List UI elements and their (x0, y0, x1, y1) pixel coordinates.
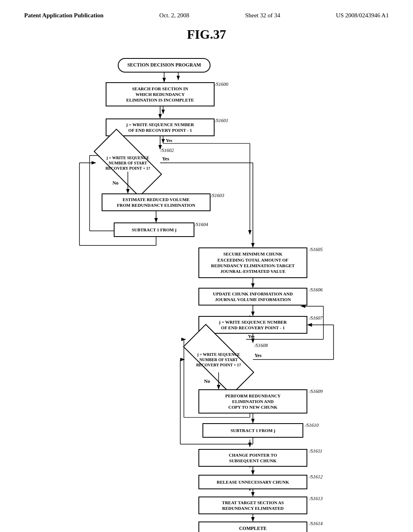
node-s1611: CHANGE POINTER TOSUBSEQUENT CHUNK (198, 449, 307, 467)
label-s1601: ∕S1601 (215, 118, 228, 124)
svg-text:Yes: Yes (248, 334, 255, 339)
node-s1612: RELEASE UNNECESSARY CHUNK (198, 475, 307, 489)
label-s1602: ∕S1602 (161, 148, 174, 154)
label-s1609: ∕S1609 (310, 389, 323, 395)
node-s1608: j = WRITE SEQUENCE NUMBER OF START RECOV… (184, 343, 253, 376)
flowchart: No Yes No Yes (25, 50, 388, 513)
svg-text:No: No (113, 180, 119, 186)
node-s1607: j = WRITE SEQUENCE NUMBEROF END RECOVERY… (198, 316, 307, 334)
label-s1610: ∕S1610 (306, 422, 319, 428)
node-s1602: j = WRITE SEQUENCE NUMBER OF START RECOV… (96, 147, 160, 179)
label-s1604: ∕S1604 (195, 222, 208, 228)
label-s1607: ∕S1607 (310, 315, 323, 321)
svg-text:Yes: Yes (254, 353, 262, 358)
label-s1613: ∕S1613 (310, 496, 323, 502)
page-header: Patent Application Publication Oct. 2, 2… (0, 0, 413, 23)
sheet-info: Sheet 32 of 34 (245, 12, 280, 19)
svg-text:No: No (204, 378, 210, 384)
label-s1608: ∕S1608 (255, 343, 268, 349)
node-s1605: SECURE MINIMUM CHUNKEXCEEDING TOTAL AMOU… (198, 247, 307, 278)
node-s1601: j = WRITE SEQUENCE NUMBEROF END RECOVERY… (106, 118, 215, 136)
node-s1600: SEARCH FOR SECTION INWHICH REDUNDANCYELI… (106, 82, 215, 106)
label-s1603: ∕S1603 (211, 193, 224, 199)
label-s1605: ∕S1605 (310, 247, 323, 253)
publication-date: Oct. 2, 2008 (159, 12, 189, 19)
svg-text:Yes: Yes (166, 138, 173, 143)
node-s1609: PERFORM REDUNDANCYELIMINATION ANDCOPY TO… (198, 389, 307, 414)
node-s1604: SUBTRACT 1 FROM j (114, 222, 194, 237)
svg-text:Yes: Yes (162, 156, 169, 162)
node-s1610: SUBTRACT 1 FROM j (202, 423, 303, 438)
node-s1603: ESTIMATE REDUCED VOLUMEFROM REDUNDANCY E… (102, 193, 211, 211)
label-s1600: ∕S1600 (215, 81, 228, 87)
node-s1613: TREAT TARGET SECTION ASREDUNDANCY ELIMIN… (198, 497, 307, 514)
node-s1614: COMPLETE (198, 522, 307, 532)
publication-label: Patent Application Publication (24, 12, 104, 19)
label-s1606: ∕S1606 (310, 287, 323, 293)
patent-number: US 2008/0243946 A1 (336, 12, 389, 19)
node-section-decision-program: SECTION DECISION PROGRAM (118, 58, 211, 73)
node-s1606: UPDATE CHUNK INFORMATION ANDJOURNAL VOLU… (198, 288, 307, 305)
label-s1612: ∕S1612 (310, 474, 323, 480)
label-s1614: ∕S1614 (310, 521, 323, 527)
figure-title: FIG.37 (0, 27, 413, 42)
label-s1611: ∕S1611 (310, 448, 322, 454)
